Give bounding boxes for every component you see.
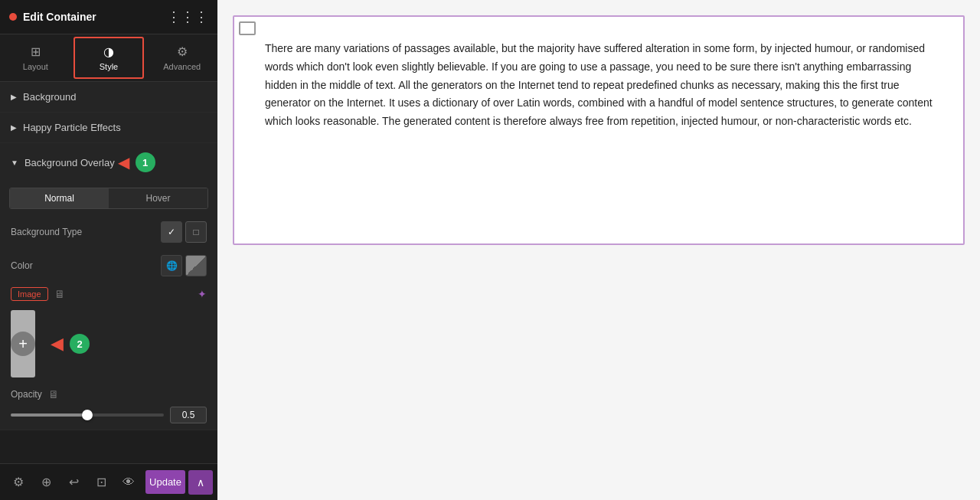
toggle-hover[interactable]: Hover bbox=[109, 188, 207, 208]
chevron-up-button[interactable]: ∧ bbox=[188, 470, 213, 495]
style-icon: ◑ bbox=[103, 44, 114, 59]
badge-2: 2 bbox=[70, 334, 90, 354]
section-background-arrow: ▶ bbox=[11, 93, 17, 101]
background-type-controls: ✓ □ bbox=[161, 221, 207, 243]
header-dot bbox=[9, 13, 17, 21]
badge-1: 1 bbox=[136, 152, 155, 172]
opacity-label-row: Opacity 🖥 bbox=[11, 388, 207, 400]
bg-type-check-btn[interactable]: ✓ bbox=[161, 221, 182, 243]
color-label: Color bbox=[11, 260, 161, 271]
background-type-row: Background Type ✓ □ bbox=[0, 215, 217, 249]
opacity-slider-track[interactable] bbox=[11, 413, 164, 417]
background-type-label: Background Type bbox=[11, 227, 161, 237]
settings-icon[interactable]: ⚙ bbox=[5, 469, 32, 496]
opacity-label: Opacity bbox=[11, 389, 42, 400]
section-overlay-label: Background Overlay bbox=[24, 157, 115, 168]
image-upload-wrapper: + ◀ 2 bbox=[0, 306, 217, 382]
color-globe-btn[interactable]: 🌐 bbox=[161, 255, 182, 276]
tabs-bar: ⊞ Layout ◑ Style ⚙ Advanced bbox=[0, 34, 217, 82]
sparkle-icon[interactable]: ✦ bbox=[198, 288, 207, 300]
layers-icon[interactable]: ⊕ bbox=[32, 469, 60, 496]
tab-style[interactable]: ◑ Style bbox=[74, 37, 145, 79]
history-icon[interactable]: ↩ bbox=[60, 469, 87, 496]
section-overlay-header[interactable]: ▼ Background Overlay ◀ 1 bbox=[0, 143, 217, 181]
image-monitor-icon: 🖥 bbox=[54, 288, 65, 300]
tab-layout[interactable]: ⊞ Layout bbox=[0, 34, 71, 81]
bg-type-square-btn[interactable]: □ bbox=[185, 221, 207, 243]
opacity-slider-thumb[interactable] bbox=[82, 410, 93, 420]
opacity-row: Opacity 🖥 bbox=[0, 382, 217, 430]
update-button[interactable]: Update bbox=[145, 470, 185, 494]
header-left: Edit Container bbox=[9, 11, 96, 23]
panel-title: Edit Container bbox=[23, 11, 96, 23]
tab-style-label: Style bbox=[100, 62, 118, 71]
grid-icon[interactable]: ⋮⋮⋮ bbox=[167, 8, 208, 25]
tab-advanced[interactable]: ⚙ Advanced bbox=[146, 34, 217, 81]
upload-plus-icon: + bbox=[11, 332, 35, 356]
opacity-value-input[interactable] bbox=[170, 407, 207, 423]
annotation-arrow-1: ◀ bbox=[118, 153, 129, 172]
tab-layout-label: Layout bbox=[23, 62, 48, 71]
left-panel: Edit Container ⋮⋮⋮ ⊞ Layout ◑ Style ⚙ Ad… bbox=[0, 0, 217, 500]
section-background-overlay: ▼ Background Overlay ◀ 1 Normal Hover Ba… bbox=[0, 143, 217, 430]
section-background[interactable]: ▶ Background bbox=[0, 82, 217, 113]
content-box: There are many variations of passages av… bbox=[233, 15, 965, 245]
visibility-icon[interactable]: 👁 bbox=[115, 469, 142, 496]
section-background-label: Background bbox=[23, 91, 76, 103]
layout-icon: ⊞ bbox=[31, 44, 41, 59]
color-controls: 🌐 bbox=[161, 255, 207, 276]
right-panel: There are many variations of passages av… bbox=[217, 0, 980, 500]
section-overlay-arrow: ▼ bbox=[11, 158, 18, 167]
template-icon[interactable]: ⊡ bbox=[87, 469, 115, 496]
section-happy-particle[interactable]: ▶ Happy Particle Effects bbox=[0, 113, 217, 143]
panel-header: Edit Container ⋮⋮⋮ bbox=[0, 0, 217, 34]
panel-content: ▶ Background ▶ Happy Particle Effects ▼ … bbox=[0, 82, 217, 463]
advanced-icon: ⚙ bbox=[177, 44, 188, 59]
section-particle-label: Happy Particle Effects bbox=[23, 122, 121, 133]
normal-hover-toggle: Normal Hover bbox=[9, 188, 208, 209]
content-box-handle[interactable] bbox=[239, 21, 256, 35]
tab-advanced-label: Advanced bbox=[163, 62, 201, 71]
section-particle-arrow: ▶ bbox=[11, 123, 17, 132]
opacity-slider-row bbox=[11, 407, 207, 423]
image-tab-row: Image 🖥 ✦ bbox=[0, 283, 217, 306]
image-tab-label[interactable]: Image bbox=[11, 287, 48, 301]
color-row: Color 🌐 bbox=[0, 249, 217, 283]
toggle-normal[interactable]: Normal bbox=[10, 188, 109, 208]
content-text: There are many variations of passages av… bbox=[265, 40, 933, 131]
annotation-2-wrapper: ◀ 2 bbox=[51, 334, 90, 354]
opacity-slider-fill bbox=[11, 413, 87, 417]
annotation-arrow-2: ◀ bbox=[51, 334, 64, 354]
color-diagonal-btn[interactable] bbox=[185, 255, 207, 276]
bottom-toolbar: ⚙ ⊕ ↩ ⊡ 👁 Update ∧ bbox=[0, 463, 217, 500]
image-upload-area[interactable]: + bbox=[11, 310, 35, 377]
opacity-monitor-icon: 🖥 bbox=[48, 388, 59, 400]
